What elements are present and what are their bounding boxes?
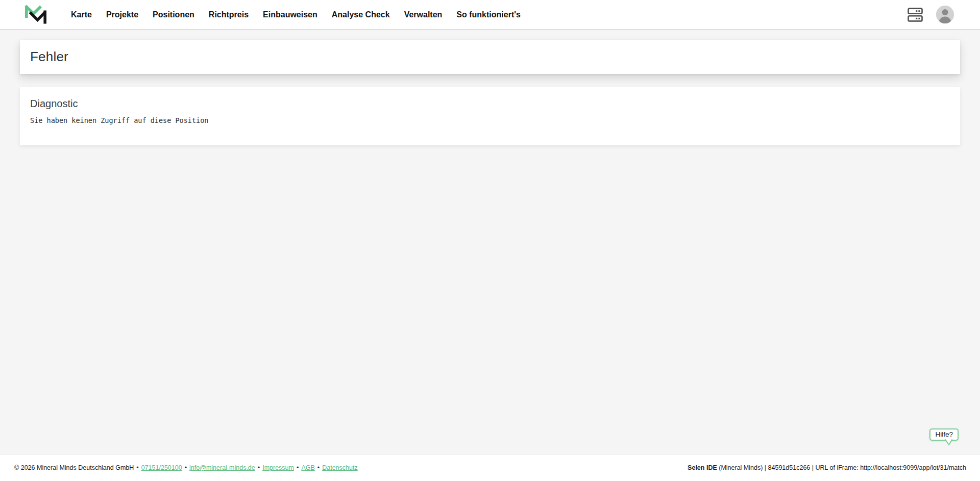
footer-link-phone[interactable]: 07151/250100 [141,464,182,471]
error-title-card: Fehler [20,40,960,74]
footer-link-agb[interactable]: AGB [301,464,314,471]
footer-separator: • [136,464,138,471]
help-bubble-tail [945,439,953,446]
app-logo[interactable] [24,4,47,25]
nav-item-so-funktionierts[interactable]: So funktioniert's [456,0,521,30]
footer-link-email[interactable]: info@mineral-minds.de [189,464,255,471]
footer-link-impressum[interactable]: Impressum [262,464,294,471]
footer-separator: • [297,464,299,471]
environment-name: Selen IDE [688,464,717,471]
nav-item-verwalten[interactable]: Verwalten [404,0,443,30]
nav-item-karte[interactable]: Karte [71,0,92,30]
footer-legal: © 2026 Mineral Minds Deutschland GmbH • … [14,464,358,471]
footer-separator: • [258,464,260,471]
footer: © 2026 Mineral Minds Deutschland GmbH • … [0,454,980,481]
nav-item-projekte[interactable]: Projekte [106,0,138,30]
help-button-label: Hilfe? [935,431,953,438]
nav-item-positionen[interactable]: Positionen [153,0,194,30]
main-nav: Karte Projekte Positionen Richtpreis Ein… [71,0,521,30]
error-page-content: Fehler Diagnostic Sie haben keinen Zugri… [0,30,980,454]
nav-item-richtpreis[interactable]: Richtpreis [209,0,249,30]
top-nav-bar: Karte Projekte Positionen Richtpreis Ein… [0,0,980,30]
help-button[interactable]: Hilfe? [929,428,959,441]
diagnostic-title: Diagnostic [30,98,950,110]
nav-item-analyse-check[interactable]: Analyse Check [332,0,390,30]
copyright-text: © 2026 Mineral Minds Deutschland GmbH [14,464,134,471]
mineral-minds-logo-icon [24,4,47,25]
nav-item-einbauweisen[interactable]: Einbauweisen [263,0,317,30]
environment-details: (Mineral Minds) | 84591d51c266 | URL of … [717,464,966,471]
server-rack-icon[interactable] [908,8,923,22]
footer-separator: • [185,464,187,471]
diagnostic-message: Sie haben keinen Zugriff auf diese Posit… [30,116,950,124]
page-title: Fehler [30,49,68,65]
user-avatar-icon[interactable] [936,6,954,23]
diagnostic-card: Diagnostic Sie haben keinen Zugriff auf … [20,87,960,145]
footer-link-datenschutz[interactable]: Datenschutz [322,464,357,471]
environment-info: Selen IDE (Mineral Minds) | 84591d51c266… [688,464,966,471]
footer-separator: • [317,464,320,471]
header-actions [908,6,954,23]
